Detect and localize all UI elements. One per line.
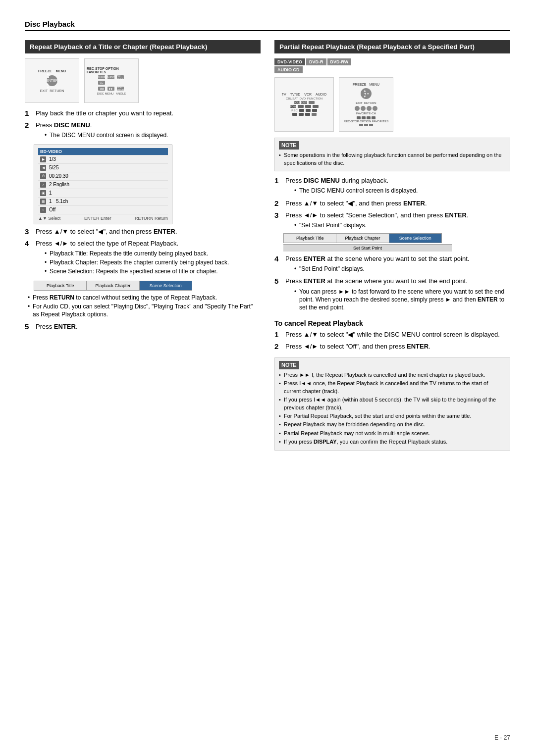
step-content-2: Press DISC MENU. The DISC MENU control s… xyxy=(36,121,261,140)
step-content-r5: Press ENTER at the scene where you want … xyxy=(285,277,510,312)
step-content-1: Play back the title or chapter you want … xyxy=(36,109,261,118)
option-bar-right: Playback Title Playback Chapter Scene Se… xyxy=(283,233,442,243)
step-content-5: Press ENTER. xyxy=(36,322,261,331)
step-2-right: 2 Press ▲/▼ to select "◀", and then pres… xyxy=(274,199,510,208)
step-content-r1: Press DISC MENU during playback. The DIS… xyxy=(285,176,510,196)
step-num-r4: 4 xyxy=(274,254,283,263)
sub-icon-2: ▦ xyxy=(40,199,46,204)
enter-bold-r3: ENTER xyxy=(445,211,467,219)
disc-menu-bold-1: DISC MENU xyxy=(54,121,90,129)
step-r3-bullets: "Set Start Point" displays. xyxy=(294,221,510,229)
tab-playback-title: Playback Title xyxy=(34,281,87,290)
enter-bold-r5: ENTER xyxy=(304,277,325,285)
step-r5-bullets: You can press ►► to fast forward to the … xyxy=(294,288,510,312)
source-btn: SOURCE xyxy=(294,101,300,104)
step-5-left: 5 Press ENTER. xyxy=(25,322,261,331)
step-num-2: 2 xyxy=(25,121,34,130)
screen-row-bd: BD-VIDEO xyxy=(38,148,168,155)
disc-menu-bold-r1: DISC MENU xyxy=(304,177,340,184)
remote-small-right: FREEZEMENU ▲◄ ●▼ EXIT RETURN FAVORITE-CH xyxy=(339,77,393,132)
badge-dvd-video: DVD-VIDEO xyxy=(274,58,305,65)
tab-r-scene-selection: Scene Selection xyxy=(389,234,441,243)
enter-bold-5: ENTER xyxy=(54,323,76,330)
note-label-bottom: NOTE xyxy=(279,361,299,369)
output-btn: OUTPUT xyxy=(301,101,307,104)
cancel-subsection-title: To cancel Repeat Playback xyxy=(274,319,510,327)
cancel-step-1: 1 Press ▲/▼ to select "◀" while the DISC… xyxy=(274,330,510,339)
fav-ch-4 xyxy=(373,106,377,111)
cancel-step-2: 2 Press ◄/► to select "Off", and then pr… xyxy=(274,342,510,351)
screen-row-3: ⏱ 00:20:30 xyxy=(38,172,168,181)
step-4-left: 4 Press ◄/► to select the type of Repeat… xyxy=(25,239,261,277)
step-num-r2: 2 xyxy=(274,199,283,208)
note-box-top: NOTE Some operations in the following pl… xyxy=(274,138,510,171)
disc-badges: DVD-VIDEO DVD-R DVD-RW xyxy=(274,58,510,65)
fav-ch-3 xyxy=(367,106,372,111)
tab-scene-selection: Scene Selection xyxy=(140,281,192,290)
tab-r-playback-title: Playback Title xyxy=(284,234,336,243)
page-header: Disc Playback xyxy=(25,20,510,31)
step-content-4: Press ◄/► to select the type of Repeat P… xyxy=(36,239,261,277)
fav-ch-2 xyxy=(361,106,366,111)
step-num-r1: 1 xyxy=(274,176,283,185)
step-num-1: 1 xyxy=(25,109,34,118)
cancel-step-num-2: 2 xyxy=(274,342,283,351)
screen-row-2: ◀ 5/25 xyxy=(38,164,168,172)
step-num-r3: 3 xyxy=(274,211,283,220)
screen-row-6: ▦ 1 5.1ch xyxy=(38,198,168,206)
nav-circle-left: ▲◄ ENTER ►▼ xyxy=(47,75,57,86)
steps-1-2: 1 Play back the title or chapter you wan… xyxy=(25,109,261,141)
screen-row-1: ▶ 1/3 xyxy=(38,155,168,164)
option-bar-left: Playback Title Playback Chapter Scene Se… xyxy=(34,281,192,291)
step-num-5: 5 xyxy=(25,322,34,331)
screen-row-4: ♪ 2 English xyxy=(38,181,168,189)
cancel-step-num-1: 1 xyxy=(274,330,283,339)
badge-dvd-r: DVD-R xyxy=(306,58,326,65)
step-content-r4: Press ENTER at the scene where you want … xyxy=(285,254,510,274)
fav-ch-1 xyxy=(355,106,360,111)
enter-bold-1: ENTER xyxy=(154,228,175,235)
step-2-bullets: The DISC MENU control screen is displaye… xyxy=(45,131,261,139)
remote-right-left: REC-STOP OPTION FAVORITES SLEEP AUDIO A/… xyxy=(84,58,139,103)
tab-r-playback-chapter: Playback Chapter xyxy=(336,234,389,243)
sub-icon-1: ▣ xyxy=(40,190,46,196)
remote-images-left: FREEZE MENU ▲◄ ENTER ►▼ EXIT RETURN REC-… xyxy=(25,58,261,103)
step-content-r3: Press ◄/► to select "Scene Selection", a… xyxy=(285,211,510,230)
nav-circle-right: ▲◄ ●▼ xyxy=(361,88,372,99)
screen-footer: ▲▼ Select ENTER Enter RETURN Return xyxy=(38,216,168,221)
remote-big-right: TVTV/BDVCRAUDIO CBL/SATDVDFUNCTION SOURC… xyxy=(274,77,334,132)
step-4-right: 4 Press ENTER at the scene where you wan… xyxy=(274,254,510,274)
set-start-point: Set Start Point xyxy=(283,244,452,252)
play-icon: ▶ xyxy=(40,156,46,162)
repeat-icon: ○ xyxy=(40,207,46,213)
enter-bold-r4: ENTER xyxy=(304,255,325,262)
note-box-bottom: NOTE Press ►► I, the Repeat Playback is … xyxy=(274,357,510,451)
right-section-title: Partial Repeat Playback (Repeat Playback… xyxy=(274,40,510,53)
right-column: Partial Repeat Playback (Repeat Playback… xyxy=(274,40,510,455)
step-content-r2: Press ▲/▼ to select "◀", and then press … xyxy=(285,199,510,208)
step-r4-bullets: "Set End Point" displays. xyxy=(294,265,510,273)
main-content: Repeat Playback of a Title or Chapter (R… xyxy=(25,40,510,455)
step-4-bullets: Playback Title: Repeats the title curren… xyxy=(45,250,261,276)
bd-video-screen: BD-VIDEO ▶ 1/3 ◀ 5/25 ⏱ 00:20:30 ♪ 2 Eng… xyxy=(34,145,172,224)
step-num-r5: 5 xyxy=(274,277,283,286)
note-list-top: Some operations in the following playbac… xyxy=(279,151,506,167)
cancel-step-content-2: Press ◄/► to select "Off", and then pres… xyxy=(285,342,510,351)
step-1-right: 1 Press DISC MENU during playback. The D… xyxy=(274,176,510,196)
step-content-3: Press ▲/▼ to select "◀", and then press … xyxy=(36,227,261,236)
step-3-right: 3 Press ◄/► to select "Scene Selection",… xyxy=(274,211,510,230)
step-r1-bullets: The DISC MENU control screen is displaye… xyxy=(294,187,510,195)
enter-bold-r2: ENTER xyxy=(403,200,425,207)
post-step4-bullets: Press RETURN to cancel without setting t… xyxy=(28,294,261,319)
step-5-right: 5 Press ENTER at the scene where you wan… xyxy=(274,277,510,312)
left-column: Repeat Playback of a Title or Chapter (R… xyxy=(25,40,261,455)
left-section-title: Repeat Playback of a Title or Chapter (R… xyxy=(25,40,261,53)
note-list-bottom: Press ►► I, the Repeat Playback is cance… xyxy=(279,371,506,446)
step-num-3: 3 xyxy=(25,227,34,236)
step-2: 2 Press DISC MENU. The DISC MENU control… xyxy=(25,121,261,140)
chapter-icon: ◀ xyxy=(40,165,46,171)
step-3-left: 3 Press ▲/▼ to select "◀", and then pres… xyxy=(25,227,261,236)
option-area-right: Playback Title Playback Chapter Scene Se… xyxy=(283,233,452,252)
screen-row-7: ○ Off xyxy=(38,206,168,214)
step-1: 1 Play back the title or chapter you wan… xyxy=(25,109,261,118)
